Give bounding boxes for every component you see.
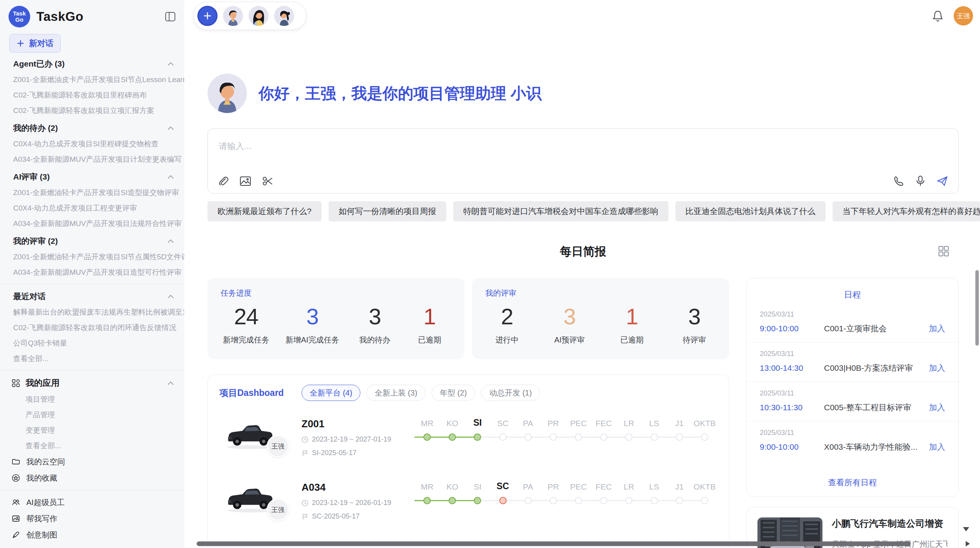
new-chat-button[interactable]: 新对话 <box>9 34 61 53</box>
suggestion-chip[interactable]: 比亚迪全固态电池计划具体说了什么 <box>675 201 826 221</box>
event-join-link[interactable]: 加入 <box>929 323 945 334</box>
event-join-link[interactable]: 加入 <box>929 363 945 373</box>
suggestion-chip[interactable]: 特朗普可能对进口汽车增税会对中国车企造成哪些影响 <box>453 201 668 221</box>
milestone-label: OKTB <box>692 417 717 431</box>
project-row[interactable]: 王强 A034 2023-12-19 ~ 2026-01-19 SC-2025-… <box>219 481 717 526</box>
milestone-node <box>541 495 566 506</box>
filter-pill[interactable]: 年型 (2) <box>432 385 475 401</box>
sidebar-section-header[interactable]: 我的评审 (2) <box>0 233 184 249</box>
project-owner-name: 王强 <box>271 442 284 451</box>
sidebar-item[interactable]: A034-全新新能源MUV产品开发项目法规符合性评审 <box>0 216 184 231</box>
project-row[interactable]: 王强 Z001 2023-12-19 ~ 2027-01-19 SI-2025-… <box>219 417 717 462</box>
sidebar-item-cloud-space[interactable]: 我的云空间 <box>0 454 184 470</box>
vertical-scrollbar[interactable] <box>975 270 979 346</box>
filter-pill[interactable]: 动总开发 (1) <box>481 385 540 401</box>
horizontal-scrollbar[interactable] <box>197 541 911 546</box>
user-avatar[interactable]: 王强 <box>954 6 973 26</box>
agent-avatar[interactable] <box>248 6 269 26</box>
recent-chat-item[interactable]: C02-飞腾新能源轻客改款项目的闭环通告反馈情况 <box>0 320 184 336</box>
stat-value: 3 <box>675 304 714 329</box>
chat-input[interactable] <box>218 140 806 170</box>
milestone-label: OKTB <box>692 481 717 495</box>
event-join-link[interactable]: 加入 <box>929 442 945 452</box>
sidebar-section-header[interactable]: 我的待办 (2) <box>0 120 184 136</box>
event-join-link[interactable]: 加入 <box>929 402 945 413</box>
milestone-dot <box>575 433 582 441</box>
sidebar-section-header[interactable]: AI评审 (3) <box>0 169 184 185</box>
project-dashboard-card: 项目Dashboard 全新平台 (4) 全新上装 (3) 年型 (2) <box>207 374 729 548</box>
stat-label: 进行中 <box>488 335 526 345</box>
scroll-right-arrow[interactable] <box>966 541 970 546</box>
phone-icon[interactable] <box>893 175 904 187</box>
agent-avatar[interactable] <box>274 6 294 26</box>
recent-chat-item[interactable]: 解释最新出台的欧盟报废车法规再生塑料比例被调至15%... <box>0 305 184 320</box>
scissors-icon[interactable] <box>262 175 274 187</box>
scroll-down-arrow[interactable] <box>963 527 969 531</box>
stat-block: 24 新增完成任务 <box>223 304 269 345</box>
sidebar-item-favorites[interactable]: 我的收藏 <box>0 470 184 486</box>
sidebar-item-creative-draw[interactable]: 创意制图 <box>0 527 184 543</box>
agent-avatar[interactable] <box>223 6 243 26</box>
schedule-list: 2025/03/11 9:00-10:00 C001-立项审批会 加入 2025… <box>747 303 958 473</box>
app-item[interactable]: 产品管理 <box>0 407 184 423</box>
milestone-dot <box>423 433 431 441</box>
recent-chats-list: 解释最新出台的欧盟报废车法规再生塑料比例被调至15%...C02-飞腾新能源轻客… <box>0 305 184 366</box>
event-time: 10:30-11:30 <box>760 403 820 412</box>
send-icon[interactable] <box>937 175 948 187</box>
suggestion-chip[interactable]: 当下年轻人对汽车外观有怎样的喜好趋势 <box>833 201 980 221</box>
sidebar-section: Agent已办 (3) Z001-全新燃油皮卡产品开发项目SI节点Lesson … <box>0 56 184 118</box>
ai-staff-icon <box>12 498 20 507</box>
milestone-node <box>566 495 591 506</box>
collapse-sidebar-icon[interactable] <box>165 12 176 22</box>
milestone-label: LR <box>616 417 641 431</box>
image-icon[interactable] <box>240 175 251 187</box>
sidebar-item-ai-staff[interactable]: AI超级员工 <box>0 494 184 510</box>
sidebar-item[interactable]: C02-飞腾新能源轻客改款项目里程碑画布 <box>0 87 184 103</box>
sidebar-item[interactable]: A034-全新新能源MUV产品开发项目造型可行性评审 <box>0 265 184 280</box>
filter-pill-label: 年型 (2) <box>440 388 467 398</box>
recent-chats-header[interactable]: 最近对话 <box>0 288 184 305</box>
draw-icon <box>12 531 20 539</box>
sidebar-item[interactable]: A034-全新新能源MUV产品开发项目计划变更表编写 <box>0 152 184 167</box>
sidebar-item[interactable]: Z001-全新燃油轻卡产品开发项目SI造型提交物评审 <box>0 185 184 200</box>
sidebar-item[interactable]: C0X4-动力总成开发项目SI里程碑提交物检查 <box>0 136 184 152</box>
sidebar-item[interactable]: C02-飞腾新能源轻客改款项目立项汇报方案 <box>0 103 184 118</box>
sidebar-item[interactable]: Z001-全新燃油皮卡产品开发项目SI节点Lesson Learn报告 <box>0 72 184 87</box>
milestone-node <box>591 495 616 506</box>
sidebar-item[interactable]: Z001-全新燃油轻卡产品开发项目SI节点属性5D文件评审 <box>0 249 184 265</box>
mic-icon[interactable] <box>916 175 925 187</box>
app-item[interactable]: 变更管理 <box>0 423 184 438</box>
my-apps-header[interactable]: 我的应用 <box>0 375 184 392</box>
view-all-schedule-link[interactable]: 查看所有日程 <box>747 477 958 488</box>
suggestion-chip[interactable]: 如何写一份清晰的项目周报 <box>329 201 446 221</box>
stat-value: 3 <box>286 304 339 329</box>
briefing-grid-icon[interactable] <box>938 245 949 257</box>
add-agent-button[interactable] <box>197 6 218 26</box>
paperclip-icon[interactable] <box>218 175 229 187</box>
filter-pill[interactable]: 全新平台 (4) <box>302 385 360 401</box>
milestone-node <box>541 431 566 443</box>
event-date: 2025/03/11 <box>760 389 945 397</box>
app-title: TaskGo <box>36 9 159 24</box>
recent-chat-item[interactable]: 查看全部... <box>0 351 184 366</box>
logo-text-top: Task <box>13 10 26 17</box>
event-time: 9:00-10:00 <box>760 324 820 333</box>
stat-card-title: 任务进度 <box>221 288 451 298</box>
sidebar-item-write-helper[interactable]: 帮我写作 <box>0 510 184 527</box>
suggestion-chip[interactable]: 欧洲新规最近颁布了什么? <box>207 201 322 221</box>
bell-icon[interactable] <box>932 10 944 22</box>
stat-block: 1 已逾期 <box>410 304 449 345</box>
filter-pill[interactable]: 全新上装 (3) <box>367 385 425 401</box>
milestone-dot <box>625 433 632 441</box>
sidebar: Task Go TaskGo 新对话 Agent已办 (3) <box>0 0 184 548</box>
sidebar-item[interactable]: C0X4-动力总成开发项目工程变更评审 <box>0 200 184 216</box>
recent-chat-item[interactable]: 公司Q3轻卡销量 <box>0 336 184 351</box>
daily-briefing-title: 每日简报 <box>560 245 607 258</box>
milestone-label: PEC <box>566 417 591 431</box>
briefing-left-column: 任务进度 24 新增完成任务 3 新增AI完成任务 <box>207 278 729 548</box>
sidebar-section-header[interactable]: Agent已办 (3) <box>0 56 184 72</box>
apps-grid-icon <box>12 379 20 387</box>
app-item[interactable]: 项目管理 <box>0 392 184 407</box>
app-item[interactable]: 查看全部... <box>0 438 184 454</box>
milestone-dot <box>449 433 456 441</box>
